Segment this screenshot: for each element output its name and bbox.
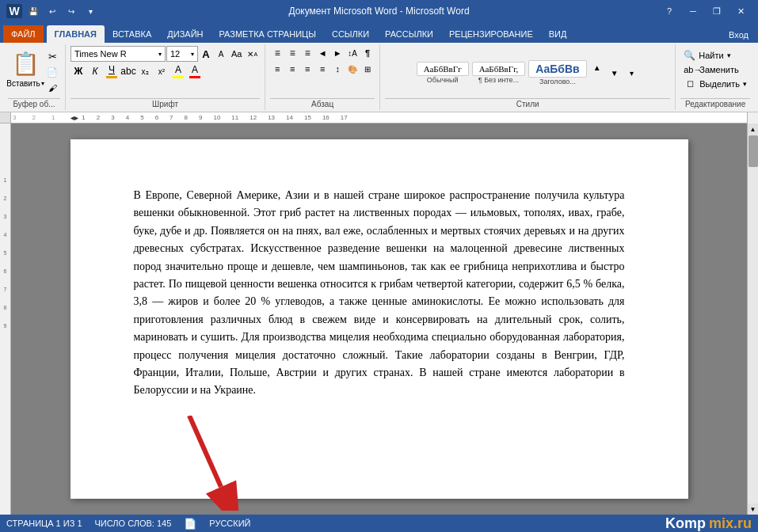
tab-home[interactable]: ГЛАВНАЯ	[47, 25, 105, 43]
style-no-spacing-preview[interactable]: АаБбВвГг,	[472, 62, 526, 76]
replace-btn[interactable]: ab→ Заменить	[680, 64, 741, 75]
help-btn[interactable]: ?	[658, 3, 680, 19]
bold-btn[interactable]: Ж	[70, 63, 86, 79]
paragraph-label: Абзац	[270, 98, 375, 108]
increase-indent-btn[interactable]: ►	[330, 46, 345, 60]
font-grow-btn[interactable]: A	[199, 47, 213, 61]
style-normal[interactable]: АаБбВвГг Обычный	[417, 62, 469, 84]
save-qa-btn[interactable]: 💾	[25, 4, 41, 18]
scroll-track[interactable]	[748, 135, 758, 504]
underline-btn[interactable]: Ч	[104, 63, 120, 79]
numbering-btn[interactable]: ≡	[285, 46, 299, 60]
page-area[interactable]: В Европе, Северной Америке, Азии и в наш…	[11, 124, 747, 515]
para-row1: ≡ ≡ ≡ ◄ ► ↕A ¶	[270, 46, 375, 60]
tab-file[interactable]: ФАЙЛ	[3, 25, 44, 43]
title-bar-left: W 💾 ↩ ↪ ▾	[6, 4, 98, 18]
styles-group: АаБбВвГг Обычный АаБбВвГг, ¶ Без инте...…	[380, 44, 676, 110]
styles-expand-btn[interactable]: ▾	[625, 66, 639, 80]
style-heading1-preview[interactable]: АаБбВв	[528, 60, 587, 78]
font-case-btn[interactable]: Aa	[229, 47, 244, 61]
clipboard-group-content: 📋 Вставить▾ ✂ 📄 🖌	[8, 46, 60, 97]
watermark-suffix: mix.ru	[709, 515, 752, 532]
redo-qa-btn[interactable]: ↪	[63, 4, 79, 18]
align-left-btn[interactable]: ≡	[270, 62, 284, 76]
ruler-h-inner: 3 2 1 ◂▸ 1 2 3 4 5 6 7 8 9 10 11 12 13 1…	[11, 112, 747, 123]
tab-insert[interactable]: ВСТАВКА	[105, 25, 159, 43]
styles-scroll-down-btn[interactable]: ▼	[608, 66, 622, 80]
title-bar-right: ? ─ ❐ ✕	[658, 3, 752, 19]
tab-view[interactable]: ВИД	[541, 25, 575, 43]
red-arrow-annotation	[173, 416, 253, 511]
find-btn[interactable]: 🔍 Найти ▾	[680, 49, 733, 62]
copy-button[interactable]: 📄	[44, 65, 60, 79]
minimize-btn[interactable]: ─	[682, 3, 704, 19]
vertical-scrollbar[interactable]: ▲ ▼	[747, 124, 758, 515]
scroll-down-btn[interactable]: ▼	[748, 504, 759, 515]
paragraph-group-content: ≡ ≡ ≡ ◄ ► ↕A ¶ ≡ ≡ ≡ ≡ ↕ 🎨 ⊞	[270, 46, 375, 97]
editing-group-content: 🔍 Найти ▾ ab→ Заменить ◻ Выделить ▾	[680, 46, 750, 97]
ruler-corner	[0, 112, 11, 124]
font-color-btn[interactable]: А	[187, 63, 203, 79]
clipboard-label: Буфер об...	[8, 98, 60, 108]
status-bar: СТРАНИЦА 1 ИЗ 1 ЧИСЛО СЛОВ: 145 📄 РУССКИ…	[0, 515, 758, 532]
text-highlight-btn[interactable]: А	[170, 63, 186, 79]
restore-btn[interactable]: ❐	[706, 3, 728, 19]
svg-line-1	[189, 416, 221, 487]
scroll-up-btn[interactable]: ▲	[748, 124, 759, 135]
scroll-thumb[interactable]	[748, 135, 758, 167]
borders-btn[interactable]: ⊞	[360, 62, 375, 76]
fontcolor-color-indicator	[189, 76, 200, 78]
word-count-text: ЧИСЛО СЛОВ: 145	[95, 519, 172, 528]
styles-scroll-up-btn[interactable]: ▲	[590, 60, 604, 74]
styles-group-content: АаБбВвГг Обычный АаБбВвГг, ¶ Без инте...…	[417, 46, 639, 97]
tab-design[interactable]: ДИЗАЙН	[159, 25, 211, 43]
show-marks-btn[interactable]: ¶	[360, 46, 375, 60]
watermark-prefix: Komp	[665, 515, 706, 532]
close-btn[interactable]: ✕	[729, 3, 752, 19]
page-info: СТРАНИЦА 1 ИЗ 1	[6, 519, 82, 528]
decrease-indent-btn[interactable]: ◄	[315, 46, 329, 60]
align-center-btn[interactable]: ≡	[285, 62, 299, 76]
paste-label: Вставить▾	[6, 79, 44, 88]
tab-mailings[interactable]: РАССЫЛКИ	[377, 25, 441, 43]
italic-btn[interactable]: К	[87, 63, 103, 79]
style-heading1[interactable]: АаБбВв Заголово...	[528, 60, 587, 86]
sort-btn[interactable]: ↕A	[345, 46, 360, 60]
document-text[interactable]: В Европе, Северной Америке, Азии и в наш…	[134, 187, 625, 400]
tab-review[interactable]: РЕЦЕНЗИРОВАНИЕ	[441, 25, 541, 43]
status-right: Kompmix.ru	[665, 515, 752, 532]
word-icon: W	[6, 4, 22, 18]
format-painter-button[interactable]: 🖌	[44, 81, 60, 95]
tab-layout[interactable]: РАЗМЕТКА СТРАНИЦЫ	[211, 25, 323, 43]
superscript-btn[interactable]: х²	[154, 63, 170, 79]
style-no-spacing[interactable]: АаБбВвГг, ¶ Без инте...	[472, 62, 526, 84]
clear-format-btn[interactable]: ✕A	[245, 47, 260, 61]
style-normal-preview[interactable]: АаБбВвГг	[417, 62, 469, 76]
undo-qa-btn[interactable]: ↩	[44, 4, 60, 18]
tab-references[interactable]: ССЫЛКИ	[324, 25, 377, 43]
select-btn[interactable]: ◻ Выделить ▾	[680, 78, 750, 89]
font-row1: Times New R ▾ 12 ▾ A A Aa ✕A	[70, 46, 260, 62]
justify-btn[interactable]: ≡	[315, 62, 329, 76]
font-name-select[interactable]: Times New R ▾	[70, 46, 166, 62]
font-group-content: Times New R ▾ 12 ▾ A A Aa ✕A Ж К	[70, 46, 260, 97]
font-shrink-btn[interactable]: A	[214, 47, 228, 61]
customize-qa-btn[interactable]: ▾	[82, 4, 98, 18]
subscript-btn[interactable]: х₂	[137, 63, 153, 79]
bullets-btn[interactable]: ≡	[270, 46, 284, 60]
line-spacing-btn[interactable]: ↕	[330, 62, 345, 76]
align-right-btn[interactable]: ≡	[300, 62, 314, 76]
multilevel-btn[interactable]: ≡	[300, 46, 314, 60]
cut-button[interactable]: ✂	[44, 49, 60, 63]
strikethrough-btn[interactable]: abc	[120, 63, 136, 79]
title-bar: W 💾 ↩ ↪ ▾ Документ Microsoft Word - Micr…	[0, 0, 758, 22]
font-size-select[interactable]: 12 ▾	[166, 46, 198, 62]
language-text: РУССКИЙ	[209, 519, 250, 528]
signin-link[interactable]: Вход	[722, 27, 755, 43]
ruler-scrollbar-corner	[747, 112, 758, 124]
styles-label: Стили	[385, 98, 670, 108]
font-row2: Ж К Ч abc х₂ х² А	[70, 63, 203, 79]
clipboard-sub-btns: ✂ 📄 🖌	[44, 46, 60, 95]
paste-button[interactable]: 📋 Вставить▾	[8, 46, 43, 89]
shading-btn[interactable]: 🎨	[345, 62, 360, 76]
